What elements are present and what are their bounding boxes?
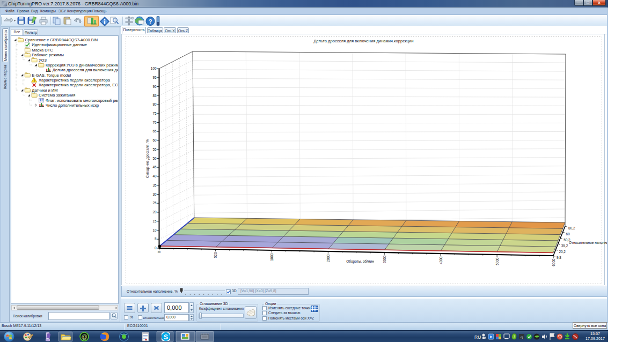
svg-text:85: 85 <box>152 93 157 97</box>
svg-text:Обороты, об/мин: Обороты, об/мин <box>346 259 374 264</box>
svg-text:20,2: 20,2 <box>559 249 566 253</box>
svg-text:S: S <box>164 333 168 341</box>
svg-text:90: 90 <box>152 84 157 88</box>
svg-text:Датчики и ИМ: Датчики и ИМ <box>32 88 57 93</box>
svg-text:RU: RU <box>474 334 481 340</box>
svg-text:0: 0 <box>155 246 157 250</box>
svg-text:Относительное наполни: Относительное наполни <box>569 241 608 244</box>
svg-text:2000: 2000 <box>326 254 330 262</box>
svg-text:5: 5 <box>155 237 157 241</box>
svg-text:0: 0 <box>157 251 161 253</box>
svg-text:Смещение дросселя, %: Смещение дросселя, % <box>145 139 150 177</box>
svg-text:dj: dj <box>521 336 523 339</box>
svg-text:УОЗ: УОЗ <box>39 58 47 63</box>
svg-text:45: 45 <box>152 165 157 169</box>
svg-text:15: 15 <box>152 219 157 222</box>
svg-text:Рабочие режимы: Рабочие режимы <box>32 53 64 57</box>
svg-text:?: ? <box>149 18 152 25</box>
svg-text:5000: 5000 <box>495 257 499 265</box>
svg-text:3000: 3000 <box>383 255 386 263</box>
svg-text:Характеристика педали акселера: Характеристика педали акселератора <box>39 78 111 83</box>
svg-text:60: 60 <box>152 138 157 142</box>
svg-text:65: 65 <box>152 129 157 133</box>
svg-text:Идентификационные данные: Идентификационные данные <box>32 42 87 47</box>
svg-text:Флаг: использовать многоискров: Флаг: использовать многоискровый режим <box>46 98 119 103</box>
svg-text:35,2: 35,2 <box>561 243 568 247</box>
svg-text:60: 60 <box>566 232 570 235</box>
svg-text:Система зажигания: Система зажигания <box>39 93 75 98</box>
svg-text:Коррекция УОЗ в динамических р: Коррекция УОЗ в динамических режимах <box>46 63 119 68</box>
svg-text:100: 100 <box>151 66 157 70</box>
svg-text:40: 40 <box>152 174 157 178</box>
svg-text:1000: 1000 <box>270 253 274 261</box>
svg-text:520: 520 <box>214 252 217 258</box>
svg-text:55: 55 <box>152 147 157 151</box>
svg-text:75: 75 <box>152 111 157 115</box>
svg-text:6000: 6000 <box>552 258 555 266</box>
svg-text:80: 80 <box>152 102 157 106</box>
svg-text:Дельта дросселя для включения: Дельта дросселя для включения динамич <box>53 68 119 72</box>
svg-text:Маска DTC: Маска DTC <box>32 48 53 53</box>
svg-text:@: @ <box>81 333 87 340</box>
svg-text:20: 20 <box>152 210 157 214</box>
svg-text:12: 12 <box>39 98 43 102</box>
svg-text:50: 50 <box>152 156 157 160</box>
svg-text:70: 70 <box>152 120 157 124</box>
svg-text:9,8: 9,8 <box>557 255 561 259</box>
svg-text:Число дополнительных искр: Число дополнительных искр <box>46 103 99 108</box>
svg-text:4000: 4000 <box>439 256 443 264</box>
svg-text:80,2: 80,2 <box>568 226 575 229</box>
svg-text:35: 35 <box>152 183 157 187</box>
svg-text:10: 10 <box>152 228 157 232</box>
svg-text:25: 25 <box>152 201 157 205</box>
svg-text:E-GAS, Torque model: E-GAS, Torque model <box>32 73 71 78</box>
svg-text:30: 30 <box>152 192 157 196</box>
svg-text:Сравнение с GRBR844CQS7-A000.B: Сравнение с GRBR844CQS7-A000.BIN <box>25 38 98 42</box>
svg-text:95: 95 <box>152 76 157 79</box>
svg-text:Характеристика педали акселера: Характеристика педали акселератора, ECO <box>39 83 119 87</box>
